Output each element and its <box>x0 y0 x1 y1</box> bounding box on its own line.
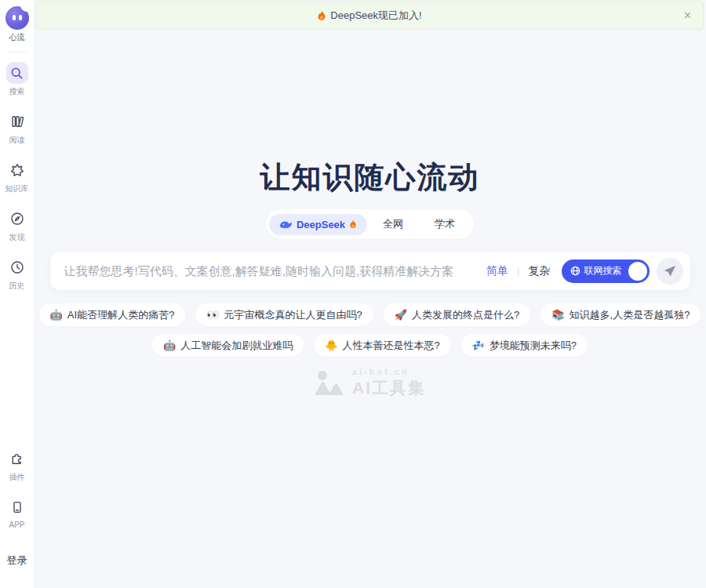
watermark-name: AI工具集 <box>352 377 426 399</box>
read-icon <box>6 111 28 132</box>
ai-bot-logo-icon <box>314 370 347 397</box>
web-search-label: 联网搜索 <box>584 264 622 278</box>
suggestion-chip[interactable]: 🤖 AI能否理解人类的痛苦? <box>39 303 186 326</box>
search-icon <box>6 62 28 84</box>
tab-label: 全网 <box>383 217 403 231</box>
mode-divider: | <box>517 265 519 277</box>
banner-message: DeepSeek现已加入! <box>317 9 421 23</box>
web-search-toggle[interactable]: 联网搜索 <box>562 260 650 283</box>
suggestion-chip[interactable]: 🐥 人性本善还是性本恶? <box>314 334 450 357</box>
chip-label: 梦境能预测未来吗? <box>489 339 577 353</box>
sidebar-item-label: 发现 <box>9 232 25 243</box>
sidebar-item-read[interactable]: 阅读 <box>6 111 28 146</box>
search-bar: 简单 | 复杂 联网搜索 <box>50 252 690 290</box>
tab-label: 学术 <box>435 217 455 231</box>
robot-icon: 🤖 <box>50 310 63 320</box>
xinliu-logo-icon <box>5 6 29 30</box>
zzz-icon: 💤 <box>472 340 485 350</box>
chip-label: 人性本善还是性本恶? <box>342 339 439 353</box>
send-button[interactable] <box>657 258 683 285</box>
suggestion-row-1: 🤖 AI能否理解人类的痛苦? 👀 元宇宙概念真的让人更自由吗? 🚀 人类发展的终… <box>39 303 701 326</box>
sidebar-item-label: 阅读 <box>9 135 25 146</box>
chip-label: 元宇宙概念真的让人更自由吗? <box>224 308 362 322</box>
mode-simple-button[interactable]: 简单 <box>486 264 508 278</box>
rocket-icon: 🚀 <box>395 310 407 320</box>
books-icon: 📚 <box>551 310 564 320</box>
whale-icon <box>279 220 293 230</box>
main-content: 让知识随心流动 DeepSeek 全网 学术 <box>34 31 706 588</box>
suggestion-chip[interactable]: 🤖 人工智能会加剧就业难吗 <box>152 334 304 357</box>
flame-icon <box>349 220 357 229</box>
suggestion-chip[interactable]: 👀 元宇宙概念真的让人更自由吗? <box>195 303 373 326</box>
sidebar-item-history[interactable]: 历史 <box>6 256 28 292</box>
close-icon[interactable]: × <box>684 9 691 23</box>
watermark-domain: ai-bot.cn <box>352 367 426 376</box>
answer-mode-switch: 简单 | 复杂 <box>486 264 550 278</box>
robot-icon: 🤖 <box>163 340 176 350</box>
sidebar-item-label: APP <box>9 521 24 529</box>
logo-label: 心流 <box>9 32 25 43</box>
chip-label: AI能否理解人类的痛苦? <box>67 308 175 322</box>
suggestion-chip[interactable]: 📚 知识越多,人类是否越孤独? <box>540 303 701 326</box>
tab-label: DeepSeek <box>297 219 345 230</box>
sidebar-item-label: 插件 <box>9 472 25 483</box>
phone-icon <box>6 496 28 518</box>
compass-icon <box>6 208 28 230</box>
suggestion-chip[interactable]: 🚀 人类发展的终点是什么? <box>384 303 530 326</box>
flame-icon <box>317 10 326 21</box>
tab-academic[interactable]: 学术 <box>419 212 471 236</box>
sidebar-item-discover[interactable]: 发现 <box>6 208 28 243</box>
toggle-knob <box>628 262 647 281</box>
clock-icon <box>6 256 28 278</box>
suggestion-row-2: 🤖 人工智能会加剧就业难吗 🐥 人性本善还是性本恶? 💤 梦境能预测未来吗? <box>152 334 588 357</box>
page-title: 让知识随心流动 <box>260 158 480 198</box>
watermark-text: ai-bot.cn AI工具集 <box>352 367 426 399</box>
sidebar-item-label: 历史 <box>9 281 25 292</box>
sidebar: 心流 搜索 阅读 <box>0 0 34 588</box>
eyes-icon: 👀 <box>206 310 219 320</box>
sidebar-item-search[interactable]: 搜索 <box>6 62 28 97</box>
tab-whole-web[interactable]: 全网 <box>367 212 419 236</box>
chip-label: 人类发展的终点是什么? <box>412 308 519 322</box>
search-input[interactable] <box>64 264 481 278</box>
sidebar-item-plugin[interactable]: 插件 <box>6 448 28 483</box>
banner-text: DeepSeek现已加入! <box>330 9 421 23</box>
chip-label: 人工智能会加剧就业难吗 <box>180 339 293 353</box>
chip-label: 知识越多,人类是否越孤独? <box>570 308 690 322</box>
suggestion-chip[interactable]: 💤 梦境能预测未来吗? <box>461 334 588 357</box>
app-window: 心流 搜索 阅读 <box>0 0 706 588</box>
mode-complex-button[interactable]: 复杂 <box>529 264 551 278</box>
paper-plane-icon <box>664 265 676 278</box>
login-button[interactable]: 登录 <box>7 554 27 568</box>
sidebar-item-app[interactable]: APP <box>6 496 28 529</box>
announcement-banner: DeepSeek现已加入! × <box>35 1 704 30</box>
watermark: ai-bot.cn AI工具集 <box>314 367 426 399</box>
sidebar-item-label: 搜索 <box>9 86 25 97</box>
chick-icon: 🐥 <box>325 340 337 350</box>
sidebar-bottom: 插件 APP 登录 <box>6 448 28 588</box>
sidebar-item-label: 知识库 <box>5 183 29 194</box>
knowledge-base-icon <box>6 159 28 181</box>
puzzle-icon <box>6 448 28 470</box>
sidebar-item-knowledge[interactable]: 知识库 <box>5 159 29 194</box>
search-mode-tabs: DeepSeek 全网 学术 <box>266 209 474 239</box>
app-logo[interactable]: 心流 <box>5 6 29 43</box>
globe-icon <box>570 266 580 276</box>
sidebar-divider <box>7 52 27 53</box>
tab-deepseek[interactable]: DeepSeek <box>269 214 367 235</box>
